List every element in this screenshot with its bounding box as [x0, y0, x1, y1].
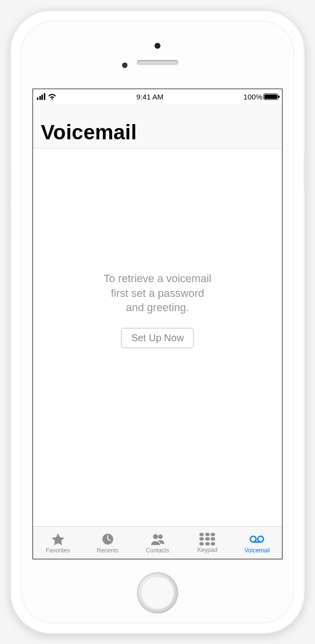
battery-icon — [263, 94, 278, 100]
wifi-icon — [48, 93, 57, 100]
battery-percentage: 100% — [244, 93, 262, 101]
status-bar: 9:41 AM 100% — [33, 89, 282, 104]
svg-point-1 — [153, 534, 158, 539]
svg-point-2 — [158, 534, 163, 539]
cellular-signal-icon — [37, 93, 45, 100]
voicemail-icon — [249, 532, 265, 546]
home-button[interactable] — [137, 572, 178, 613]
device-bezel: 9:41 AM 100% Voicemail To retrieve a voi… — [21, 21, 294, 623]
nav-header: Voicemail — [33, 104, 282, 149]
page-title: Voicemail — [41, 121, 274, 144]
clock-icon — [100, 532, 116, 546]
contacts-icon — [150, 532, 165, 546]
tab-label: Keypad — [197, 547, 218, 553]
tab-bar: Favorites Recents Contacts Keypad — [33, 526, 282, 559]
screen: 9:41 AM 100% Voicemail To retrieve a voi… — [32, 89, 283, 559]
tab-label: Favorites — [46, 547, 70, 554]
volume-down — [9, 207, 11, 240]
svg-point-3 — [251, 536, 256, 542]
tab-favorites[interactable]: Favorites — [33, 527, 83, 559]
tab-label: Voicemail — [245, 547, 270, 554]
star-icon — [50, 532, 66, 546]
proximity-sensor — [122, 63, 127, 68]
tab-contacts[interactable]: Contacts — [132, 527, 182, 559]
empty-state: To retrieve a voicemail first set a pass… — [33, 152, 282, 526]
empty-state-text: To retrieve a voicemail first set a pass… — [104, 271, 212, 315]
tab-recents[interactable]: Recents — [83, 527, 132, 559]
tab-keypad[interactable]: Keypad — [183, 527, 232, 559]
front-camera — [155, 43, 160, 49]
tab-voicemail[interactable]: Voicemail — [232, 527, 282, 559]
status-time: 9:41 AM — [136, 93, 163, 101]
mute-switch — [9, 133, 11, 153]
tab-label: Contacts — [146, 547, 169, 554]
keypad-icon — [199, 533, 215, 546]
power-button — [304, 153, 306, 188]
earpiece-speaker — [137, 60, 178, 65]
device-frame: 9:41 AM 100% Voicemail To retrieve a voi… — [10, 10, 305, 634]
tab-label: Recents — [97, 547, 119, 554]
svg-point-4 — [258, 536, 264, 542]
volume-up — [9, 167, 11, 201]
set-up-now-button[interactable]: Set Up Now — [121, 328, 194, 348]
